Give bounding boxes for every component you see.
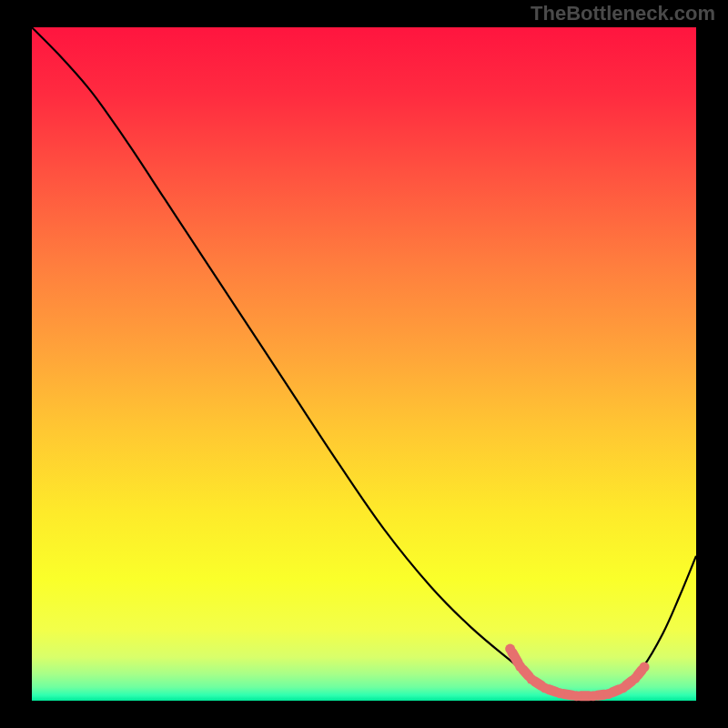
svg-point-15	[571, 691, 581, 701]
svg-line-4	[564, 694, 572, 696]
plot-background	[32, 27, 696, 701]
bottleneck-plot	[0, 0, 728, 728]
chart-container: TheBottleneck.com	[0, 0, 728, 728]
svg-point-11	[515, 662, 525, 672]
svg-point-12	[526, 674, 536, 684]
svg-line-9	[638, 670, 642, 675]
svg-line-3	[549, 689, 556, 692]
svg-point-18	[618, 682, 628, 693]
svg-point-19	[630, 673, 640, 683]
svg-point-17	[603, 689, 613, 699]
svg-line-6	[597, 694, 604, 695]
svg-point-10	[505, 644, 515, 654]
watermark-text: TheBottleneck.com	[531, 2, 715, 25]
svg-line-2	[535, 682, 541, 686]
svg-line-1	[523, 670, 529, 676]
svg-point-13	[540, 682, 550, 693]
svg-point-20	[640, 662, 650, 672]
svg-point-14	[555, 688, 565, 698]
svg-line-0	[512, 652, 518, 662]
svg-line-8	[626, 681, 632, 685]
svg-point-16	[588, 691, 598, 701]
svg-line-7	[612, 690, 620, 693]
